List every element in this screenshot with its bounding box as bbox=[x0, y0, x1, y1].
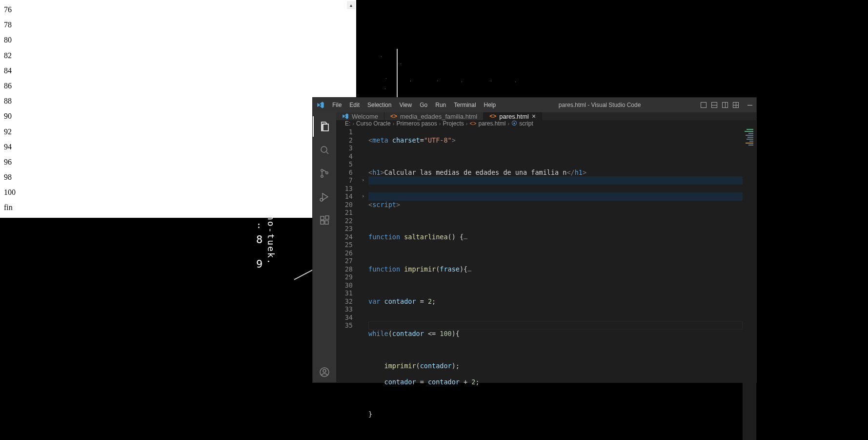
line-highlight bbox=[368, 176, 743, 185]
activity-source-control-icon[interactable] bbox=[313, 163, 336, 184]
fold-chevron-icon[interactable]: › bbox=[362, 192, 368, 201]
vscode-window: File Edit Selection View Go Run Terminal… bbox=[312, 97, 757, 383]
browser-line: 98 bbox=[4, 169, 352, 185]
activity-extensions-icon[interactable] bbox=[313, 210, 336, 230]
line-highlight bbox=[368, 192, 743, 201]
svg-point-1 bbox=[321, 169, 323, 171]
editor-main: Welcome <> media_edades_familia.html <> … bbox=[336, 112, 756, 382]
menu-edit[interactable]: Edit bbox=[346, 102, 363, 108]
layout-sidebar-right-icon[interactable] bbox=[722, 102, 728, 108]
activity-search-icon[interactable] bbox=[313, 140, 336, 160]
browser-line: 96 bbox=[4, 154, 352, 169]
menu-selection[interactable]: Selection bbox=[364, 102, 394, 108]
desktop-vertical-text: no-tuek. bbox=[266, 215, 276, 265]
browser-output-page: 76 78 80 82 84 86 88 90 92 94 96 98 100 … bbox=[0, 0, 356, 218]
svg-rect-5 bbox=[321, 216, 324, 220]
browser-line: 88 bbox=[4, 93, 352, 108]
layout-sidebar-left-icon[interactable] bbox=[701, 102, 707, 108]
fold-gutter[interactable]: › › bbox=[362, 127, 368, 440]
desktop-number-8: 8 bbox=[256, 233, 262, 246]
svg-rect-7 bbox=[325, 221, 328, 224]
close-icon[interactable]: × bbox=[532, 112, 536, 120]
editor-tabs: Welcome <> media_edades_familia.html <> … bbox=[336, 112, 756, 120]
crumb[interactable]: Curso Oracle bbox=[356, 120, 391, 127]
crumb[interactable]: E: bbox=[345, 120, 350, 127]
chevron-right-icon: › bbox=[508, 121, 510, 126]
svg-point-0 bbox=[321, 147, 327, 152]
menu-terminal[interactable]: Terminal bbox=[451, 102, 479, 108]
cursor-line bbox=[368, 321, 743, 330]
browser-line: 94 bbox=[4, 139, 352, 154]
vscode-logo-icon bbox=[342, 113, 349, 120]
svg-point-2 bbox=[321, 175, 323, 177]
browser-line: 80 bbox=[4, 32, 352, 47]
browser-line: 82 bbox=[4, 48, 352, 63]
activity-explorer-icon[interactable] bbox=[313, 116, 336, 137]
scroll-up-arrow-icon[interactable]: ▴ bbox=[347, 1, 355, 9]
chevron-right-icon: › bbox=[466, 121, 468, 126]
chevron-right-icon: › bbox=[439, 121, 441, 126]
line-number-gutter: 1234567131420212223242526272829303132333… bbox=[336, 127, 362, 440]
browser-line: 84 bbox=[4, 63, 352, 78]
menu-file[interactable]: File bbox=[329, 102, 344, 108]
breadcrumb[interactable]: E:› Curso Oracle› Primeros pasos› Projec… bbox=[336, 120, 756, 127]
svg-point-10 bbox=[323, 370, 326, 373]
layout-panel-bottom-icon[interactable] bbox=[711, 102, 717, 108]
tab-label: media_edades_familia.html bbox=[400, 113, 477, 120]
window-title: pares.html - Visual Studio Code bbox=[501, 102, 699, 108]
chevron-right-icon: › bbox=[393, 121, 395, 126]
menu-view[interactable]: View bbox=[396, 102, 415, 108]
tab-media-edades[interactable]: <> media_edades_familia.html bbox=[384, 112, 484, 120]
menu-run[interactable]: Run bbox=[432, 102, 449, 108]
vscode-logo-icon bbox=[317, 101, 324, 109]
layout-grid-icon[interactable] bbox=[733, 102, 739, 108]
window-minimize-icon[interactable] bbox=[747, 105, 752, 105]
desktop-number-9: 9 bbox=[256, 258, 262, 270]
svg-rect-6 bbox=[321, 221, 324, 224]
browser-line: 100 bbox=[4, 185, 352, 200]
menu-go[interactable]: Go bbox=[417, 102, 430, 108]
code-content[interactable]: <meta charset="UTF-8"> <h1>Calcular las … bbox=[368, 127, 743, 440]
title-bar[interactable]: File Edit Selection View Go Run Terminal… bbox=[313, 98, 756, 112]
html-file-icon: <> bbox=[390, 113, 397, 120]
browser-line: 90 bbox=[4, 108, 352, 124]
minimap[interactable] bbox=[743, 127, 756, 440]
fold-chevron-icon[interactable]: › bbox=[362, 176, 368, 185]
crumb[interactable]: Primeros pasos bbox=[396, 120, 437, 127]
activity-accounts-icon[interactable] bbox=[313, 362, 336, 382]
menu-help[interactable]: Help bbox=[481, 102, 499, 108]
tab-pares[interactable]: <> pares.html × bbox=[484, 112, 542, 120]
html-file-icon: <> bbox=[489, 113, 496, 120]
tab-label: pares.html bbox=[499, 113, 529, 120]
activity-run-debug-icon[interactable] bbox=[313, 187, 336, 207]
code-editor[interactable]: 1234567131420212223242526272829303132333… bbox=[336, 127, 756, 440]
tab-label: Welcome bbox=[352, 113, 378, 120]
browser-line: 76 bbox=[4, 2, 352, 17]
browser-line: 92 bbox=[4, 124, 352, 139]
symbol-icon: ⦿ bbox=[511, 120, 517, 127]
crumb[interactable]: pares.html bbox=[478, 120, 505, 127]
crumb[interactable]: Projects bbox=[443, 120, 464, 127]
chevron-right-icon: › bbox=[352, 121, 354, 126]
browser-line: fin bbox=[4, 200, 352, 215]
desktop-vertical-line bbox=[397, 49, 398, 98]
svg-rect-8 bbox=[325, 216, 329, 219]
tab-welcome[interactable]: Welcome bbox=[336, 112, 384, 120]
html-file-icon: <> bbox=[469, 120, 476, 127]
activity-bar bbox=[313, 112, 336, 382]
browser-line: 86 bbox=[4, 78, 352, 93]
crumb[interactable]: script bbox=[519, 120, 533, 127]
desktop-colon: : bbox=[256, 220, 262, 230]
browser-line: 78 bbox=[4, 17, 352, 32]
desktop-stars: ·· ·· ·· ·· · bbox=[356, 0, 756, 98]
